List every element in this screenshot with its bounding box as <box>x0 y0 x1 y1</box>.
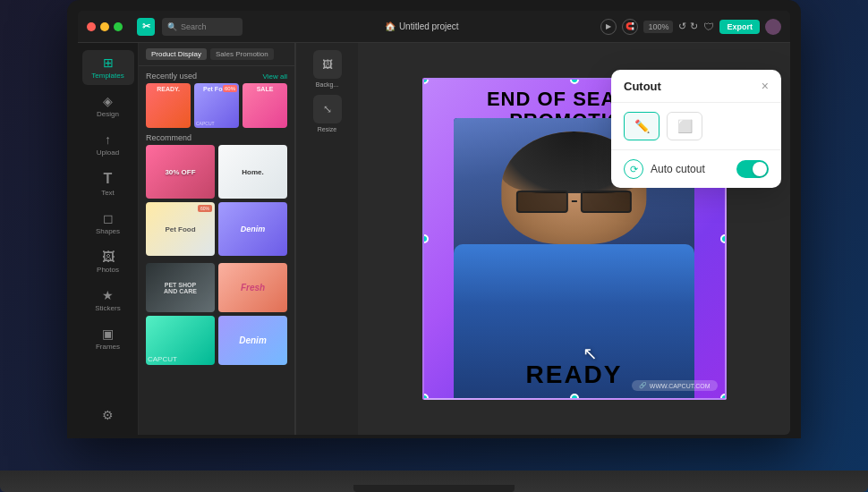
app-ui: ✂ 🔍 Search 🏠 Untitled project ▶ 🧲 10 <box>78 11 790 435</box>
sidebar-label-stickers: Stickers <box>95 304 120 312</box>
sidebar-item-upload[interactable]: ↑ Upload <box>82 127 134 162</box>
draw-icon: ✏️ <box>634 119 650 133</box>
laptop-screen-bezel: ✂ 🔍 Search 🏠 Untitled project ▶ 🧲 10 <box>67 0 801 438</box>
shapes-icon: ◻ <box>103 211 114 225</box>
bottom-thumbs: PET SHOPAND CARE Fresh CAPCUT Denim <box>139 259 294 369</box>
list-item[interactable]: PET SHOPAND CARE <box>146 263 215 312</box>
list-item[interactable]: 30% OFF <box>146 145 215 199</box>
handle-bottom-mid[interactable] <box>570 394 579 400</box>
sidebar-item-photos[interactable]: 🖼 Photos <box>82 244 134 279</box>
sidebar-label-photos: Photos <box>97 266 119 274</box>
app-logo-icon: ✂ <box>137 18 155 36</box>
resize-label: Resize <box>318 126 336 132</box>
zoom-control[interactable]: 100% <box>643 21 673 33</box>
recently-used-title: Recently used <box>146 72 197 81</box>
recommend-title: Recommend <box>146 133 191 142</box>
project-title: 🏠 Untitled project <box>385 21 459 31</box>
canvas-url-badge: 🔗 WWW.CAPCUT.COM <box>632 380 718 391</box>
laptop-screen-inner: ✂ 🔍 Search 🏠 Untitled project ▶ 🧲 10 <box>78 11 790 435</box>
view-all-button[interactable]: View all <box>263 72 287 81</box>
list-item[interactable]: Denim <box>218 202 287 256</box>
handle-bottom-right[interactable] <box>720 394 727 400</box>
sidebar-label-shapes: Shapes <box>96 227 120 235</box>
list-item[interactable]: Pet Food 60% CAPCUT <box>194 83 239 128</box>
sidebar-item-text[interactable]: T Text <box>82 165 134 202</box>
right-panel: 🖼 Backg... ⤡ Resize <box>295 43 358 435</box>
list-item[interactable]: READY. <box>146 83 191 128</box>
upload-icon: ↑ <box>105 132 111 147</box>
cutout-tab-erase[interactable]: ⬜ <box>667 112 702 140</box>
toggle-knob <box>753 162 767 176</box>
shield-icon: 🛡 <box>703 21 714 33</box>
export-button[interactable]: Export <box>719 20 760 34</box>
handle-top-left[interactable] <box>422 78 429 84</box>
sidebar-item-frames[interactable]: ▣ Frames <box>82 321 134 356</box>
sidebar-label-text: Text <box>101 189 115 197</box>
list-item[interactable]: Fresh <box>218 263 287 312</box>
redo-button[interactable]: ↻ <box>690 21 698 32</box>
cutout-tabs: ✏️ ⬜ <box>611 103 781 150</box>
auto-cutout-icon: ⟳ <box>624 159 643 179</box>
tab-product-display[interactable]: Product Display <box>146 48 207 60</box>
maximize-button[interactable] <box>114 22 123 31</box>
cutout-panel: Cutout × ✏️ ⬜ <box>611 70 781 188</box>
text-icon: T <box>104 171 113 187</box>
magnet-icon[interactable]: 🧲 <box>622 19 638 35</box>
toolbar-right: ▶ 🧲 100% ↺ ↻ 🛡 Export <box>600 19 781 35</box>
cutout-header: Cutout × <box>611 70 781 103</box>
sidebar-item-stickers[interactable]: ★ Stickers <box>82 283 134 318</box>
handle-top-mid[interactable] <box>570 78 579 84</box>
sidebar-item-shapes[interactable]: ◻ Shapes <box>82 206 134 241</box>
search-icon: 🔍 <box>167 22 177 31</box>
recommend-grid: 30% OFF Home. Pet Food 60% <box>139 145 294 256</box>
search-bar[interactable]: 🔍 Search <box>162 18 243 36</box>
sidebar-item-settings[interactable]: ⚙ <box>82 403 134 428</box>
handle-left-mid[interactable] <box>422 234 429 243</box>
cutout-close-button[interactable]: × <box>762 79 769 93</box>
play-button[interactable]: ▶ <box>600 19 617 35</box>
templates-panel: Product Display Sales Promotion Recently… <box>139 43 295 435</box>
list-item[interactable]: Pet Food 60% <box>146 202 215 256</box>
handle-right-mid[interactable] <box>720 234 727 243</box>
sidebar-item-templates[interactable]: ⊞ Templates <box>82 50 134 85</box>
sidebar-label-templates: Templates <box>91 72 123 80</box>
undo-button[interactable]: ↺ <box>678 21 686 32</box>
close-button[interactable] <box>87 22 96 31</box>
list-item[interactable]: Home. <box>218 145 287 199</box>
settings-icon: ⚙ <box>102 408 114 422</box>
tab-sales-promotion[interactable]: Sales Promotion <box>210 48 274 60</box>
cutout-tab-draw[interactable]: ✏️ <box>624 112 660 140</box>
project-icon: 🏠 <box>385 21 396 31</box>
list-item[interactable]: SALE <box>243 83 287 128</box>
undo-redo: ↺ ↻ <box>678 21 698 32</box>
laptop-base <box>0 471 868 492</box>
stickers-icon: ★ <box>102 288 114 302</box>
recommend-section: Recommend 30% OFF Home. Pet Foo <box>139 128 294 256</box>
sidebar-item-design[interactable]: ◈ Design <box>82 89 134 123</box>
avatar[interactable] <box>765 19 781 35</box>
sidebar-label-frames: Frames <box>96 343 120 351</box>
cutout-title: Cutout <box>624 80 661 93</box>
list-item[interactable]: Denim <box>218 316 287 365</box>
background-button[interactable]: 🖼 Backg... <box>313 50 342 88</box>
sidebar: ⊞ Templates ◈ Design ↑ Upload T <box>78 43 139 435</box>
photos-icon: 🖼 <box>102 250 115 264</box>
templates-icon: ⊞ <box>103 55 114 70</box>
sidebar-label-upload: Upload <box>97 148 119 157</box>
main-content: ⊞ Templates ◈ Design ↑ Upload T <box>78 43 790 435</box>
panel-tabs: Product Display Sales Promotion <box>139 43 294 66</box>
resize-button[interactable]: ⤡ Resize <box>313 95 342 132</box>
search-placeholder-text: Search <box>181 22 207 31</box>
handle-bottom-left[interactable] <box>422 394 429 400</box>
link-icon: 🔗 <box>639 382 647 389</box>
erase-icon: ⬜ <box>677 119 693 133</box>
cutout-option-left: ⟳ Auto cutout <box>624 159 705 179</box>
minimize-button[interactable] <box>100 22 109 31</box>
recently-used-grid: READY. Pet Food 60% CAPCUT SALE <box>139 83 294 128</box>
auto-cutout-toggle[interactable] <box>736 160 769 178</box>
sidebar-label-design: Design <box>97 110 119 118</box>
list-item[interactable]: CAPCUT <box>146 316 215 365</box>
design-icon: ◈ <box>103 94 113 108</box>
top-bar: ✂ 🔍 Search 🏠 Untitled project ▶ 🧲 10 <box>78 11 790 43</box>
recently-used-section: Recently used View all READY. Pet Food 6… <box>139 66 294 128</box>
